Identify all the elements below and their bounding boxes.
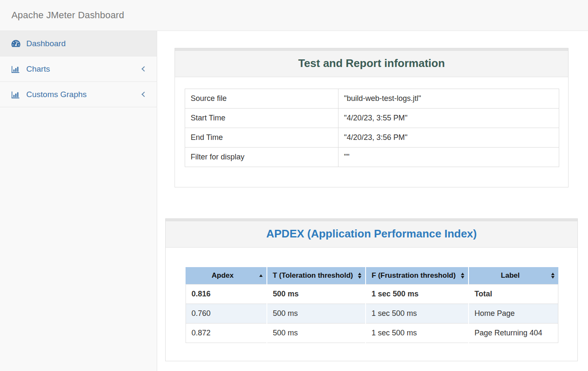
apdex-row-home-page: 0.760 500 ms 1 sec 500 ms Home Page — [186, 304, 558, 324]
info-value: "build-web-test-logs.jtl" — [338, 89, 559, 109]
apdex-value: 0.816 — [186, 284, 266, 304]
toleration-value: 500 ms — [267, 284, 365, 304]
toleration-value: 500 ms — [267, 304, 365, 324]
frustration-value: 1 sec 500 ms — [366, 284, 468, 304]
toleration-value: 500 ms — [267, 324, 365, 343]
sidebar: Dashboard Charts Customs Graphs — [0, 31, 157, 371]
app-title: Apache JMeter Dashboard — [11, 10, 124, 21]
frustration-value: 1 sec 500 ms — [366, 304, 468, 324]
apdex-row-page-returning-404: 0.872 500 ms 1 sec 500 ms Page Returning… — [186, 324, 558, 343]
table-row: Start Time "4/20/23, 3:55 PM" — [185, 109, 559, 128]
apdex-value: 0.872 — [186, 324, 266, 343]
label-value: Page Returning 404 — [469, 324, 558, 343]
sidebar-item-customs-graphs[interactable]: Customs Graphs — [0, 82, 157, 107]
info-panel-title: Test and Report information — [175, 57, 568, 70]
table-row: End Time "4/20/23, 3:56 PM" — [185, 128, 559, 148]
test-report-info-panel: Test and Report information Source file … — [175, 48, 569, 187]
frustration-value: 1 sec 500 ms — [366, 324, 468, 343]
sidebar-item-label: Customs Graphs — [26, 90, 87, 99]
sidebar-item-dashboard[interactable]: Dashboard — [0, 31, 157, 56]
info-label: Source file — [185, 89, 338, 109]
label-value: Home Page — [469, 304, 558, 324]
sidebar-item-label: Charts — [26, 64, 50, 74]
sort-both-icon — [358, 273, 361, 279]
tachometer-icon — [11, 39, 22, 47]
info-value: "4/20/23, 3:55 PM" — [338, 109, 559, 128]
bar-chart-icon — [11, 91, 22, 98]
table-row: Filter for display "" — [185, 148, 559, 167]
sort-both-icon — [461, 273, 464, 279]
apdex-table: Apdex T (Toleration threshold) F (Frustr… — [185, 267, 559, 343]
info-value: "4/20/23, 3:56 PM" — [338, 128, 559, 148]
info-value: "" — [338, 148, 559, 167]
info-label: End Time — [185, 128, 338, 148]
chevron-left-icon — [141, 66, 147, 72]
main-content: Test and Report information Source file … — [157, 31, 588, 371]
label-value: Total — [469, 284, 558, 304]
column-header-frustration[interactable]: F (Frustration threshold) — [366, 267, 468, 284]
column-header-toleration[interactable]: T (Toleration threshold) — [267, 267, 365, 284]
apdex-value: 0.760 — [186, 304, 266, 324]
sidebar-item-charts[interactable]: Charts — [0, 56, 157, 82]
panel-heading: APDEX (Application Performance Index) — [166, 219, 577, 248]
sort-both-icon — [551, 273, 555, 279]
column-header-apdex[interactable]: Apdex — [186, 267, 266, 284]
info-label: Filter for display — [185, 148, 338, 167]
apdex-panel: APDEX (Application Performance Index) Ap… — [165, 218, 578, 361]
table-row: Source file "build-web-test-logs.jtl" — [185, 89, 559, 109]
apdex-panel-title: APDEX (Application Performance Index) — [166, 227, 577, 240]
top-header-bar: Apache JMeter Dashboard — [0, 0, 588, 31]
column-header-label[interactable]: Label — [469, 267, 558, 284]
bar-chart-icon — [11, 65, 22, 73]
panel-heading: Test and Report information — [175, 48, 568, 77]
sort-asc-icon — [259, 274, 263, 277]
apdex-header-row: Apdex T (Toleration threshold) F (Frustr… — [186, 267, 558, 284]
chevron-left-icon — [141, 92, 147, 97]
apdex-row-total: 0.816 500 ms 1 sec 500 ms Total — [186, 284, 558, 304]
sidebar-item-label: Dashboard — [26, 39, 66, 48]
test-report-info-table: Source file "build-web-test-logs.jtl" St… — [185, 89, 559, 167]
info-label: Start Time — [185, 109, 338, 128]
